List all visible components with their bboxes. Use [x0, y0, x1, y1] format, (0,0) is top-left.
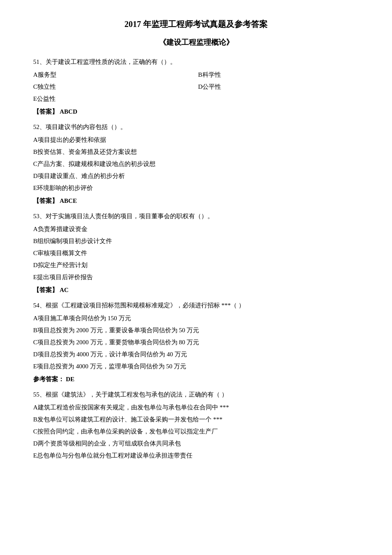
option-item: C审核项目概算文件 — [33, 248, 359, 259]
question-block-54: 54、根据《工程建设项目招标范围和规模标准规定》，必须进行招标 ***（ ）A项… — [33, 300, 359, 385]
option-item: D公平性 — [198, 81, 359, 92]
question-block-52: 52、项目建议书的内容包括（）。A项目提出的必要性和依据B投资估算、资金筹措及还… — [33, 122, 359, 207]
option-item: B科学性 — [198, 69, 359, 80]
option-item: B发包单位可以将建筑工程的设计、施工设备采购一并发包给一个 *** — [33, 414, 359, 425]
option-item: B组织编制项目初步设计文件 — [33, 236, 359, 247]
option-item: E公益性 — [33, 93, 359, 105]
option-item: C按照合同约定，由承包单位采购的设备，发包单位可以指定生产厂 — [33, 426, 359, 437]
answer-line-54: 参考答案： DE — [33, 374, 359, 385]
question-text-53: 53、对于实施项目法人责任制的项目，项目董事会的职权有（）。 — [33, 211, 359, 222]
question-block-53: 53、对于实施项目法人责任制的项目，项目董事会的职权有（）。A负责筹措建设资金B… — [33, 211, 359, 296]
option-item: C独立性 — [33, 81, 194, 92]
option-item: D两个资质等级相同的企业，方可组成联合体共同承包 — [33, 438, 359, 449]
option-item: E项目总投资为 4000 万元，监理单项合同估价为 50 万元 — [33, 361, 359, 372]
option-item: C项目总投资为 2000 万元，重要货物单项合同估价为 80 万元 — [33, 337, 359, 348]
page-title: 2017 年监理工程师考试真题及参考答案 — [33, 17, 359, 32]
options-row: C独立性D公平性 — [33, 81, 359, 93]
option-item: E环境影响的初步评价 — [33, 183, 359, 194]
option-item: D项目总投资为 4000 万元，设计单项合同估价为 40 万元 — [33, 349, 359, 360]
answer-line-52: 【答案】 ABCE — [33, 195, 359, 207]
option-item: A项目提出的必要性和依据 — [33, 134, 359, 146]
option-item: C产品方案、拟建规模和建设地点的初步设想 — [33, 158, 359, 170]
question-text-54: 54、根据《工程建设项目招标范围和规模标准规定》，必须进行招标 ***（ ） — [33, 300, 359, 311]
question-block-51: 51、关于建设工程监理性质的说法，正确的有（）。A服务型B科学性C独立性D公平性… — [33, 56, 359, 117]
option-item: A负责筹措建设资金 — [33, 224, 359, 235]
question-text-52: 52、项目建议书的内容包括（）。 — [33, 122, 359, 133]
options-row: A服务型B科学性 — [33, 69, 359, 81]
option-item: D拟定生产经营计划 — [33, 260, 359, 271]
option-item: B项目总投资为 2000 万元，重要设备单项合同估价为 50 万元 — [33, 325, 359, 336]
option-item: A项目施工单项合同估价为 150 万元 — [33, 313, 359, 324]
question-text-51: 51、关于建设工程监理性质的说法，正确的有（）。 — [33, 56, 359, 68]
answer-line-53: 【答案】 AC — [33, 285, 359, 296]
option-item: E总包单位与分包单位就分包工程对建设单位承担连带责任 — [33, 450, 359, 461]
question-text-55: 55、根据《建筑法》，关于建筑工程发包与承包的说法，正确的有（ ） — [33, 389, 359, 400]
option-item: E提出项目后评价报告 — [33, 272, 359, 283]
section-title: 《建设工程监理概论》 — [33, 36, 359, 49]
option-item: A建筑工程造价应按国家有关规定，由发包单位与承包单位在合同中 *** — [33, 402, 359, 413]
option-item: A服务型 — [33, 69, 194, 80]
option-item: B投资估算、资金筹措及还贷方案设想 — [33, 146, 359, 158]
question-block-55: 55、根据《建筑法》，关于建筑工程发包与承包的说法，正确的有（ ）A建筑工程造价… — [33, 389, 359, 461]
option-item: D项目建设重点、难点的初步分析 — [33, 170, 359, 182]
answer-line-51: 【答案】 ABCD — [33, 106, 359, 117]
